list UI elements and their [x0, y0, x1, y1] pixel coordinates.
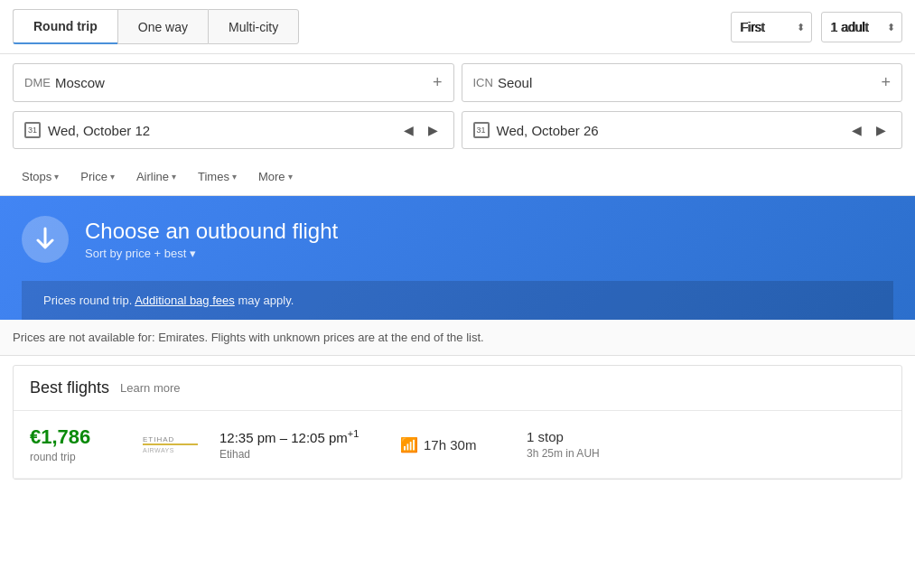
return-date-field[interactable]: 31 Wed, October 26 ◀ ▶: [462, 111, 903, 149]
times-filter-button[interactable]: Times ▾: [189, 165, 246, 188]
more-filter-button[interactable]: More ▾: [249, 165, 302, 188]
price-notice-text: Prices round trip.: [43, 294, 132, 307]
arrow-down-svg: [32, 226, 59, 253]
return-date-next[interactable]: ▶: [872, 121, 891, 139]
etihad-logo-svg: ETIHAD AIRWAYS: [141, 429, 200, 456]
flight-duration: 📶 17h 30m: [400, 436, 509, 453]
origin-city: Moscow: [55, 75, 105, 90]
disclaimer-text: Prices are not available for: Emirates. …: [0, 320, 915, 356]
passengers-select[interactable]: 1 adult: [821, 12, 902, 42]
multi-city-button[interactable]: Multi-city: [208, 9, 299, 44]
app-container: Round trip One way Multi-city First Firs…: [0, 0, 915, 588]
return-calendar-icon: 31: [473, 122, 490, 138]
stops-filter-button[interactable]: Stops ▾: [13, 165, 68, 188]
destination-city: Seoul: [498, 75, 532, 90]
depart-time: 12:35 pm: [219, 430, 276, 445]
price-notice-bar: Prices round trip. Additional bag fees m…: [22, 281, 893, 320]
return-date-nav: ◀ ▶: [847, 121, 891, 139]
destination-field[interactable]: ICN Seoul +: [462, 63, 903, 102]
arrive-time: 12:05 pm: [291, 430, 348, 445]
outbound-banner: Choose an outbound flight Sort by price …: [0, 196, 915, 320]
destination-code: ICN: [473, 76, 493, 89]
wifi-icon: 📶: [400, 436, 418, 453]
price-block: €1,786 round trip: [30, 425, 120, 463]
bag-fees-link[interactable]: Additional bag fees: [135, 294, 235, 307]
origin-add-button[interactable]: +: [433, 73, 443, 92]
depart-date-prev[interactable]: ◀: [399, 121, 418, 139]
best-flights-header: Best flights Learn more: [14, 366, 901, 411]
svg-text:AIRWAYS: AIRWAYS: [143, 447, 174, 453]
destination-add-button[interactable]: +: [881, 73, 891, 92]
best-flights-section: Best flights Learn more €1,786 round tri…: [13, 365, 902, 480]
airline-logo-text: ETIHAD AIRWAYS: [141, 429, 200, 459]
depart-date-value: Wed, October 12: [48, 123, 150, 138]
airline-name: Etihad: [219, 448, 382, 461]
more-chevron-icon: ▾: [288, 172, 293, 182]
date-row: 31 Wed, October 12 ◀ ▶ 31 Wed, October 2…: [0, 111, 915, 158]
stops-chevron-icon: ▾: [54, 172, 59, 182]
svg-text:ETIHAD: ETIHAD: [143, 435, 174, 443]
outbound-title: Choose an outbound flight: [85, 219, 338, 244]
stop-detail: 3h 25m in AUH: [527, 447, 635, 460]
filters-bar: Stops ▾ Price ▾ Airline ▾ Times ▾ More ▾: [0, 158, 915, 196]
destination-text: ICN Seoul: [473, 75, 533, 90]
search-fields: DME Moscow + ICN Seoul +: [0, 54, 915, 111]
flight-price: €1,786: [30, 425, 120, 449]
origin-field[interactable]: DME Moscow +: [13, 63, 454, 102]
price-chevron-icon: ▾: [110, 172, 115, 182]
origin-text: DME Moscow: [24, 75, 105, 90]
depart-date-field[interactable]: 31 Wed, October 12 ◀ ▶: [13, 111, 454, 149]
price-description: round trip: [30, 451, 120, 463]
round-trip-button[interactable]: Round trip: [13, 9, 117, 44]
bag-fees-suffix: may apply.: [238, 294, 294, 307]
depart-date-next[interactable]: ▶: [424, 121, 443, 139]
cabin-class-select[interactable]: First: [731, 12, 812, 42]
airline-chevron-icon: ▾: [172, 172, 176, 182]
stop-count: 1 stop: [527, 429, 635, 444]
origin-code: DME: [24, 76, 51, 89]
top-bar: Round trip One way Multi-city First Firs…: [0, 0, 915, 54]
right-controls: First First 1 adult 1 adult: [731, 12, 902, 42]
outbound-header: Choose an outbound flight Sort by price …: [22, 216, 893, 281]
price-filter-button[interactable]: Price ▾: [71, 165, 124, 188]
day-offset: +1: [348, 428, 359, 439]
stop-info: 1 stop 3h 25m in AUH: [527, 429, 635, 460]
depart-date-nav: ◀ ▶: [399, 121, 443, 139]
learn-more-link[interactable]: Learn more: [120, 381, 180, 395]
one-way-button[interactable]: One way: [117, 9, 208, 44]
best-flights-title: Best flights: [30, 378, 109, 397]
time-separator: –: [280, 430, 292, 445]
location-row: DME Moscow + ICN Seoul +: [13, 63, 902, 102]
airline-filter-button[interactable]: Airline ▾: [127, 165, 185, 188]
airline-logo: ETIHAD AIRWAYS: [138, 429, 201, 459]
passengers-wrapper: 1 adult 1 adult: [821, 12, 902, 42]
outbound-arrow-icon: [22, 216, 69, 263]
outbound-title-block: Choose an outbound flight Sort by price …: [85, 219, 338, 260]
return-date-prev[interactable]: ◀: [847, 121, 866, 139]
return-date-value: Wed, October 26: [497, 123, 599, 138]
sort-chevron-icon: ▾: [190, 247, 196, 260]
sort-label[interactable]: Sort by price + best ▾: [85, 247, 338, 260]
flight-times-text: 12:35 pm – 12:05 pm+1: [219, 428, 382, 445]
times-chevron-icon: ▾: [232, 172, 237, 182]
table-row[interactable]: €1,786 round trip ETIHAD AIRWAYS 12:35 p…: [14, 411, 901, 479]
trip-type-group: Round trip One way Multi-city: [13, 9, 299, 44]
depart-calendar-icon: 31: [24, 122, 41, 138]
cabin-class-wrapper: First First: [731, 12, 812, 42]
flight-times: 12:35 pm – 12:05 pm+1 Etihad: [219, 428, 382, 461]
duration-text: 17h 30m: [424, 437, 476, 453]
